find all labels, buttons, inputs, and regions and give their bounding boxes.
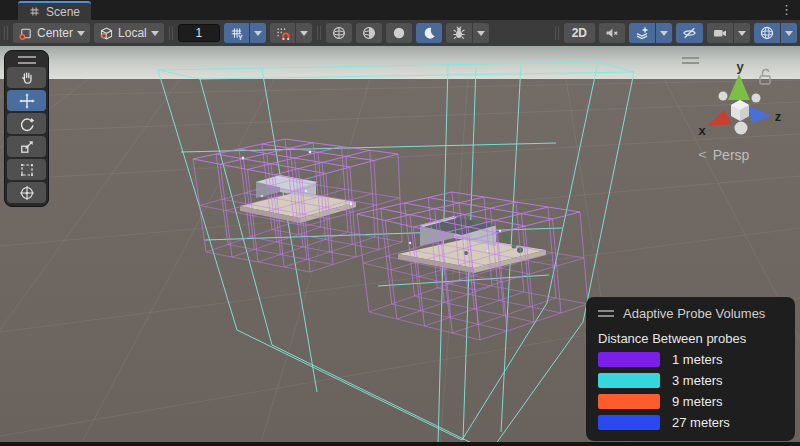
camera-dropdown[interactable] [734,23,750,43]
tool-move[interactable] [7,90,46,111]
wire-sphere-button[interactable] [326,23,352,43]
tool-scale[interactable] [7,136,46,157]
gizmo-x-axis-cone[interactable] [707,110,732,126]
legend-row: 9 meters [598,394,783,409]
toolbar-group-handle[interactable] [555,26,559,40]
legend-swatch [598,352,660,367]
gizmo-z-label: z [775,109,782,124]
legend-label: 1 meters [672,352,723,367]
moon-toggle-button[interactable] [416,23,442,43]
persp-label: Persp [713,147,750,163]
chevron-down-icon [660,31,668,36]
legend-rows: 1 meters3 meters9 meters27 meters [598,352,783,430]
scale-icon [19,139,35,155]
palette-drag-handle[interactable] [18,56,36,64]
orientation-gizmo-dropdown[interactable] [781,23,797,43]
gizmo-x-label: x [698,123,706,138]
2d-label: 2D [572,26,587,40]
pivot-icon [18,26,33,41]
gizmo-y-label: y [736,60,744,74]
effects-button[interactable] [629,23,655,43]
rotate-icon [19,116,35,132]
scene-toolbar: Center Local Y [0,20,800,46]
legend-label: 9 meters [672,394,723,409]
pivot-label: Center [37,26,73,40]
svg-text:Y: Y [238,33,243,40]
orientation-gizmo-button[interactable] [754,23,780,43]
panel-subtitle: Distance Between probes [598,331,783,346]
speaker-muted-icon [604,25,620,41]
effects-dropdown[interactable] [656,23,672,43]
gizmo-arm [735,122,748,135]
tab-scene[interactable]: Scene [18,1,91,20]
unity-scene-window: Scene ⋮ Center Local [0,0,800,446]
filled-circle-icon [391,25,407,41]
window-bottom-edge [0,442,800,446]
legend-row: 27 meters [598,415,783,430]
2d-mode-button[interactable]: 2D [564,23,595,43]
gizmo-arm [719,92,728,101]
panel-title: Adaptive Probe Volumes [623,306,765,321]
window-menu-icon[interactable]: ⋮ [780,2,793,17]
orientation-label: Local [118,26,147,40]
rect-tool-icon [19,162,35,178]
move-icon [19,93,35,109]
debug-bug-button[interactable] [446,23,472,43]
chevron-down-icon [477,31,485,36]
snap-settings-dropdown[interactable] [296,23,312,43]
toolbar-drag-handle[interactable] [4,26,8,40]
tab-label: Scene [46,5,80,19]
gizmo-z-axis-cone[interactable] [748,105,771,123]
scene-grid-icon [29,6,40,17]
lock-open-icon[interactable] [760,69,770,84]
sky [0,46,800,80]
tool-transform[interactable] [7,182,46,203]
tab-bar: Scene ⋮ [0,0,800,20]
grid-visibility-button[interactable]: Y [224,23,249,43]
chevron-down-icon [738,31,746,36]
orientation-gizmo[interactable]: y x z [690,60,800,156]
panel-header: Adaptive Probe Volumes [598,306,783,321]
tool-hand[interactable] [7,67,46,88]
scene-visibility-button[interactable] [676,23,703,43]
globe-wire-icon [331,25,347,41]
circle-toggle-button[interactable] [386,23,412,43]
persp-arrow-icon: < [698,148,707,162]
legend-row: 1 meters [598,352,783,367]
cube-icon [99,26,114,41]
moon-icon [421,25,437,41]
chevron-down-icon [77,31,85,36]
legend-swatch [598,373,660,388]
grid-size-input[interactable] [178,24,220,42]
eye-slash-icon [681,25,698,41]
snap-settings-button[interactable] [270,23,295,43]
legend-swatch [598,394,660,409]
chevron-down-icon [300,31,308,36]
tool-rect[interactable] [7,159,46,180]
gizmo-arm [752,94,761,103]
panel-drag-handle[interactable] [598,310,614,317]
globe-half-icon [361,25,377,41]
camera-button[interactable] [707,23,733,43]
half-sphere-button[interactable] [356,23,382,43]
toolbar-group-handle[interactable] [317,26,321,40]
legend-label: 3 meters [672,373,723,388]
grid-visibility-dropdown[interactable] [250,23,266,43]
projection-mode[interactable]: < Persp [698,146,749,163]
chevron-down-icon [785,31,793,36]
hand-icon [19,70,35,86]
scene-viewport[interactable]: y x z < Persp [0,46,800,446]
bug-icon [451,25,467,41]
orientation-button[interactable]: Local [94,23,164,43]
nav-sphere-icon [759,25,775,41]
gizmo-y-axis-cone[interactable] [728,74,750,100]
toolbar-group-handle[interactable] [169,26,173,40]
grid-axis-icon: Y [229,26,244,41]
tools-overlay [4,50,49,207]
legend-swatch [598,415,660,430]
probe-volumes-panel[interactable]: Adaptive Probe Volumes Distance Between … [586,297,795,441]
audio-mute-button[interactable] [599,23,625,43]
debug-bug-dropdown[interactable] [473,23,489,43]
pivot-mode-button[interactable]: Center [13,23,90,43]
tool-rotate[interactable] [7,113,46,134]
